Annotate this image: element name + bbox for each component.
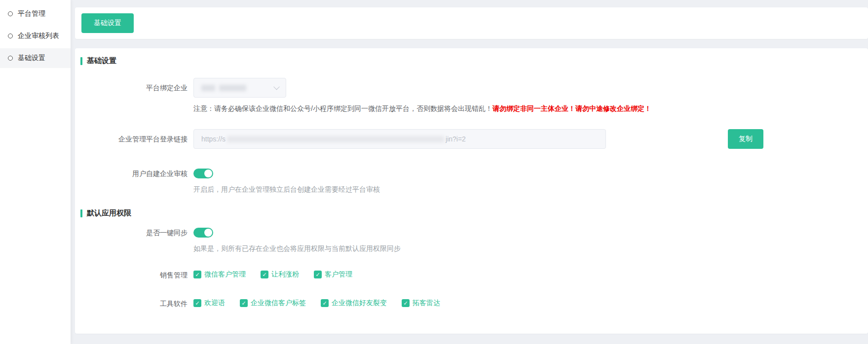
checkbox-label: 拓客雷达	[413, 299, 440, 308]
circle-bullet-icon	[8, 34, 13, 38]
checkbox-check-icon: ✓	[261, 271, 268, 278]
sidebar-item-label: 企业审核列表	[18, 32, 59, 40]
toggle-knob	[204, 170, 212, 177]
checkbox-check-icon: ✓	[240, 299, 248, 307]
sidebar-item-basic-settings[interactable]: 基础设置	[0, 48, 71, 68]
section-title: 默认应用权限	[87, 208, 131, 218]
redacted-url-middle	[227, 136, 444, 142]
sidebar-item-enterprise-review-list[interactable]: 企业审核列表	[0, 26, 71, 46]
checkbox-check-icon: ✓	[402, 299, 410, 307]
self-build-review-helper: 开启后，用户在企业管理独立后台创建企业需要经过平台审核	[193, 185, 858, 194]
self-build-review-label: 用户自建企业审核	[75, 169, 188, 178]
checkbox-check-icon: ✓	[321, 299, 329, 307]
platform-bind-note: 注意：请务必确保该企业微信和公众号/小程序绑定到同一微信开放平台，否则数据将会出…	[193, 103, 858, 113]
login-link-label: 企业管理平台登录链接	[75, 129, 188, 149]
checkbox-wecom-customer-tags[interactable]: ✓ 企业微信客户标签	[240, 299, 306, 308]
section-accent-bar	[80, 209, 82, 217]
copy-button[interactable]: 复制	[728, 129, 763, 149]
platform-bind-row: 平台绑定企业	[75, 78, 868, 98]
checkbox-check-icon: ✓	[314, 271, 322, 278]
checkbox-check-icon: ✓	[193, 271, 201, 278]
checkbox-wechat-customer-management[interactable]: ✓ 微信客户管理	[193, 270, 246, 279]
one-key-sync-toggle[interactable]	[193, 228, 213, 238]
sales-management-row: 销售管理 ✓ 微信客户管理 ✓ 让利涨粉 ✓ 客户管理	[75, 270, 868, 280]
section-header-default-permissions: 默认应用权限	[80, 208, 131, 218]
platform-bind-select[interactable]	[193, 78, 286, 98]
login-link-row: 企业管理平台登录链接 https://s jin?i=2 复制	[75, 129, 868, 149]
one-key-sync-row: 是否一键同步	[75, 228, 868, 238]
tab-basic-settings[interactable]: 基础设置	[81, 13, 134, 33]
one-key-sync-helper: 如果是，则所有已存在企业也会将应用权限与当前默认应用权限同步	[193, 244, 858, 253]
sidebar: 平台管理 企业审核列表 基础设置	[0, 0, 71, 344]
section-accent-bar	[80, 57, 82, 65]
toolbar-card: 基础设置	[75, 7, 868, 39]
checkbox-label: 微信客户管理	[204, 270, 246, 279]
redacted-value	[201, 85, 215, 91]
section-header-basic-settings: 基础设置	[80, 56, 116, 66]
checkbox-label: 欢迎语	[204, 299, 225, 308]
circle-bullet-icon	[8, 11, 13, 16]
checkbox-label: 企业微信客户标签	[251, 299, 306, 308]
settings-form-card: 基础设置 平台绑定企业 注意：请务必确保该企业微信和公众号/小程序绑定到同一微信…	[75, 48, 868, 334]
note-text: 注意：请务必确保该企业微信和公众号/小程序绑定到同一微信开放平台，否则数据将会出…	[193, 104, 492, 112]
redacted-value	[219, 85, 246, 91]
checkbox-check-icon: ✓	[193, 299, 201, 307]
checkbox-wecom-friend-fission[interactable]: ✓ 企业微信好友裂变	[321, 299, 387, 308]
self-build-review-row: 用户自建企业审核	[75, 169, 868, 178]
checkbox-profit-fans-growth[interactable]: ✓ 让利涨粉	[261, 270, 299, 279]
sidebar-item-label: 基础设置	[18, 54, 45, 63]
chevron-down-icon	[273, 84, 280, 90]
note-warning-text: 请勿绑定非同一主体企业！请勿中途修改企业绑定！	[492, 104, 651, 112]
checkbox-customer-management[interactable]: ✓ 客户管理	[314, 270, 352, 279]
checkbox-label: 让利涨粉	[271, 270, 299, 279]
circle-bullet-icon	[8, 56, 13, 61]
tool-software-label: 工具软件	[75, 299, 188, 309]
toggle-knob	[204, 229, 212, 237]
one-key-sync-label: 是否一键同步	[75, 228, 188, 238]
tool-software-row: 工具软件 ✓ 欢迎语 ✓ 企业微信客户标签 ✓ 企业微信好友裂变 ✓ 拓客雷达	[75, 299, 868, 309]
login-link-input[interactable]: https://s jin?i=2	[193, 129, 606, 149]
checkbox-label: 企业微信好友裂变	[332, 299, 387, 308]
url-suffix: jin?i=2	[446, 135, 466, 143]
sales-management-label: 销售管理	[75, 270, 188, 280]
checkbox-label: 客户管理	[325, 270, 352, 279]
self-build-review-toggle[interactable]	[193, 169, 213, 178]
url-prefix: https://s	[201, 135, 226, 143]
checkbox-welcome-message[interactable]: ✓ 欢迎语	[193, 299, 225, 308]
section-title: 基础设置	[87, 56, 116, 66]
platform-bind-label: 平台绑定企业	[75, 78, 188, 98]
checkbox-customer-radar[interactable]: ✓ 拓客雷达	[402, 299, 440, 308]
sidebar-item-platform-management[interactable]: 平台管理	[0, 4, 71, 24]
sidebar-item-label: 平台管理	[18, 9, 45, 18]
